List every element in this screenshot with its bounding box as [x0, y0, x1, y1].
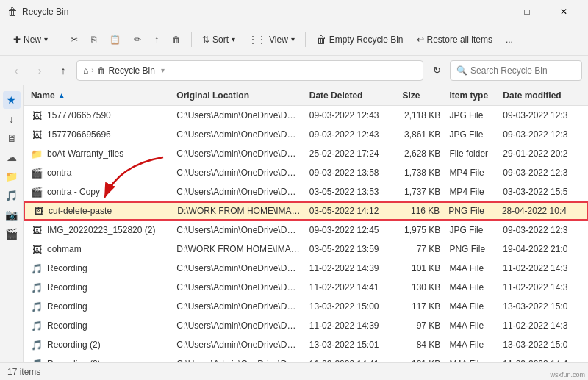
col-header-type[interactable]: Item type: [445, 87, 498, 104]
file-location-cell: C:\Users\Admin\OneDrive\Desktop\Shiva...: [172, 110, 304, 121]
copy-icon: ⎘: [91, 35, 96, 45]
view-icon: ⋮⋮: [248, 35, 266, 45]
file-modified-cell: 19-04-2022 21:0: [498, 244, 585, 254]
col-modified-label: Date modified: [503, 90, 561, 101]
file-deleted-cell: 11-02-2022 14:41: [305, 282, 398, 293]
table-row[interactable]: 📁 boAt Warranty_files C:\Users\Admin\One…: [24, 144, 588, 163]
empty-recycle-label: Empty Recycle Bin: [329, 35, 404, 45]
file-name-cell: 🖼 1577706695696: [26, 129, 172, 140]
paste-button[interactable]: 📋: [104, 28, 126, 51]
file-name-cell: 🖼 oohmam: [26, 243, 172, 255]
refresh-icon: ↻: [433, 65, 441, 76]
table-row[interactable]: 🎵 Recording (2) C:\Users\Admin\OneDrive\…: [24, 335, 588, 354]
delete-icon: 🗑: [172, 35, 181, 45]
left-icon-photos[interactable]: 📷: [3, 206, 21, 223]
file-modified-cell: 09-03-2022 12:3: [498, 225, 585, 235]
table-row[interactable]: 🎵 Recording C:\Users\Admin\OneDrive\Docu…: [24, 297, 588, 316]
maximize-button[interactable]: □: [510, 0, 544, 24]
file-modified-cell: 09-03-2022 12:3: [498, 168, 585, 178]
view-button[interactable]: ⋮⋮ View ▾: [243, 28, 301, 51]
restore-label: Restore all items: [427, 35, 492, 45]
copy-button[interactable]: ⎘: [85, 28, 102, 51]
col-header-modified[interactable]: Date modified: [498, 87, 585, 104]
left-icon-star[interactable]: ★: [3, 91, 21, 109]
col-size-label: Size: [402, 90, 420, 101]
table-row[interactable]: 🎬 contra C:\Users\Admin\OneDrive\Desktop…: [24, 163, 588, 182]
file-name: Recording: [47, 263, 87, 273]
file-size-cell: 101 KB: [398, 263, 445, 273]
column-headers: Name ▲ Original Location Date Deleted Si…: [24, 85, 588, 106]
search-input[interactable]: [470, 65, 576, 76]
file-type-cell: PNG File: [444, 206, 498, 216]
empty-recycle-button[interactable]: 🗑 Empty Recycle Bin: [310, 28, 409, 51]
restore-button[interactable]: ↩ Restore all items: [411, 28, 498, 51]
table-row[interactable]: 🖼 oohmam D:\WORK FROM HOME\IMAGES\O&O Di…: [24, 240, 588, 259]
file-size-cell: 77 KB: [398, 244, 445, 254]
col-header-location[interactable]: Original Location: [172, 87, 304, 104]
left-icon-video[interactable]: 🎬: [3, 225, 21, 243]
forward-button[interactable]: ›: [29, 60, 50, 81]
new-label: New: [24, 35, 41, 45]
file-type-icon: 🖼: [32, 205, 44, 217]
delete-button[interactable]: 🗑: [166, 28, 187, 51]
file-name: boAt Warranty_files: [47, 148, 123, 159]
table-row[interactable]: 🖼 cut-delete-paste D:\WORK FROM HOME\IMA…: [24, 201, 588, 221]
file-size-cell: 130 KB: [398, 282, 445, 293]
file-type-icon: 🎬: [31, 167, 43, 179]
address-path[interactable]: ⌂ › 🗑 Recycle Bin ▾: [76, 60, 423, 81]
refresh-button[interactable]: ↻: [426, 60, 447, 81]
share-button[interactable]: ↑: [148, 28, 165, 51]
back-button[interactable]: ‹: [6, 60, 26, 81]
col-header-deleted[interactable]: Date Deleted: [305, 87, 398, 104]
file-deleted-cell: 03-05-2022 13:53: [305, 187, 398, 197]
sort-button[interactable]: ⇅ Sort ▾: [196, 28, 241, 51]
file-modified-cell: 29-01-2022 20:2: [498, 148, 585, 159]
file-type-cell: PNG File: [445, 244, 498, 254]
file-name: contra - Copy: [47, 187, 100, 197]
status-bar: 17 items: [0, 362, 588, 380]
file-name-cell: 🎬 contra - Copy: [26, 186, 172, 198]
rename-icon: ✏: [134, 35, 141, 45]
left-icon-music[interactable]: 🎵: [3, 187, 21, 204]
left-icon-desktop[interactable]: 🖥: [3, 129, 21, 147]
sort-label: Sort: [212, 35, 229, 45]
table-row[interactable]: 🖼 1577706695696 C:\Users\Admin\OneDrive\…: [24, 125, 588, 144]
col-header-size[interactable]: Size: [398, 87, 445, 104]
table-row[interactable]: 🎵 Recording C:\Users\Admin\OneDrive\Docu…: [24, 259, 588, 278]
cut-button[interactable]: ✂: [65, 28, 84, 51]
file-size-cell: 84 KB: [398, 340, 445, 350]
new-button[interactable]: ✚ New ▾: [6, 28, 55, 51]
file-size-cell: 2,118 KB: [398, 110, 445, 121]
table-row[interactable]: 🎵 Recording C:\Users\Admin\OneDrive\Docu…: [24, 278, 588, 297]
file-name: Recording (2): [47, 359, 101, 362]
file-type-icon: 🎵: [31, 320, 43, 331]
minimize-button[interactable]: —: [473, 0, 507, 24]
file-type-icon: 🎵: [31, 301, 43, 312]
file-type-cell: File folder: [445, 148, 498, 159]
table-row[interactable]: 🎬 contra - Copy C:\Users\Admin\OneDrive\…: [24, 182, 588, 201]
left-icon-folder[interactable]: 📁: [3, 168, 21, 185]
more-button[interactable]: ...: [500, 28, 519, 51]
file-name-cell: 🎵 Recording: [26, 262, 172, 274]
left-icon-cloud[interactable]: ☁: [3, 148, 21, 166]
file-type-cell: M4A File: [445, 320, 498, 331]
rename-button[interactable]: ✏: [128, 28, 147, 51]
table-row[interactable]: 🎵 Recording (2) C:\Users\Admin\OneDrive\…: [24, 354, 588, 362]
table-row[interactable]: 🖼 IMG_20220223_152820 (2) C:\Users\Admin…: [24, 221, 588, 240]
file-location-cell: C:\Users\Admin\OneDrive\Desktop\Shiva...: [172, 225, 304, 235]
file-deleted-cell: 11-02-2022 14:41: [305, 359, 398, 362]
up-button[interactable]: ↑: [53, 60, 74, 81]
close-button[interactable]: ✕: [547, 0, 581, 24]
search-box[interactable]: 🔍: [450, 60, 582, 81]
file-type-icon: 🖼: [31, 110, 43, 121]
col-header-name[interactable]: Name ▲: [26, 87, 172, 104]
file-name-cell: 📁 boAt Warranty_files: [26, 148, 172, 159]
file-deleted-cell: 09-03-2022 12:45: [305, 225, 398, 235]
table-row[interactable]: 🖼 1577706657590 C:\Users\Admin\OneDrive\…: [24, 106, 588, 125]
search-icon: 🔍: [456, 65, 467, 76]
recycle-path-icon: 🗑: [97, 65, 106, 76]
table-row[interactable]: 🎵 Recording C:\Users\Admin\OneDrive\Docu…: [24, 316, 588, 335]
file-modified-cell: 11-02-2022 14:3: [498, 263, 585, 273]
left-panel: ★ ↓ 🖥 ☁ 📁 🎵 📷 🎬: [0, 85, 24, 362]
left-icon-download[interactable]: ↓: [3, 110, 21, 128]
